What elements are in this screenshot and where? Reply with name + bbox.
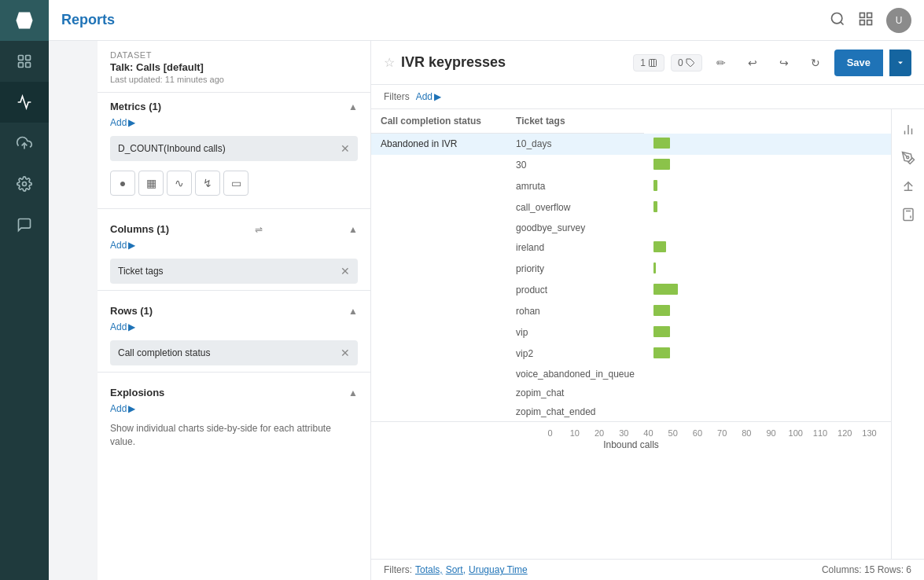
svg-rect-13 xyxy=(649,59,656,66)
table-body: Abandoned in IVR10_days30amrutacall_over… xyxy=(371,134,891,421)
metrics-toggle[interactable]: ▲ xyxy=(348,101,358,112)
calculate-tool[interactable] xyxy=(896,202,921,227)
bar-cell xyxy=(644,155,891,176)
nav-support[interactable] xyxy=(0,204,49,245)
viz-type-row: ● ▦ ∿ ↯ ▭ xyxy=(98,164,370,202)
bar xyxy=(653,326,670,337)
chart-title: IVR keypresses xyxy=(401,54,627,71)
viz-chart-icon[interactable]: ↯ xyxy=(195,171,220,196)
columns-badge-icon xyxy=(648,58,657,68)
columns-sync-icon[interactable]: ⇌ xyxy=(255,224,263,235)
tag-cell: 30 xyxy=(506,155,644,176)
save-button[interactable]: Save xyxy=(834,50,883,76)
bar xyxy=(653,201,657,212)
tag-cell: call_overflow xyxy=(506,197,644,218)
svg-rect-4 xyxy=(26,63,31,68)
chart-content: Call completion status Ticket tags Aband… xyxy=(371,109,924,559)
columns-add[interactable]: Add ▶ xyxy=(98,240,370,255)
metrics-add[interactable]: Add ▶ xyxy=(98,117,370,133)
tag-cell: product xyxy=(506,280,644,301)
bar xyxy=(653,241,666,252)
column-chip-remove[interactable]: ✕ xyxy=(341,265,350,277)
chart-icon xyxy=(17,94,32,110)
bar xyxy=(653,305,670,316)
table-row: vip xyxy=(371,322,891,343)
viz-comment-icon[interactable]: ▭ xyxy=(223,171,248,196)
footer-filter-totals[interactable]: Totals, xyxy=(415,564,443,575)
rows-add[interactable]: Add ▶ xyxy=(98,321,370,337)
table-row: amruta xyxy=(371,176,891,197)
columns-toggle[interactable]: ▲ xyxy=(348,224,358,235)
redo-icon-btn[interactable]: ↪ xyxy=(771,50,797,75)
x-axis-labels: 0102030405060708090100110120130 xyxy=(381,428,882,438)
status-cell xyxy=(371,176,506,197)
nav-logo[interactable] xyxy=(0,0,49,41)
format-tool[interactable] xyxy=(896,145,921,171)
svg-rect-1 xyxy=(19,56,24,61)
table-row: vip2 xyxy=(371,343,891,365)
rows-title: Rows (1) xyxy=(110,305,153,317)
table-row: goodbye_survey xyxy=(371,218,891,237)
favorite-icon[interactable]: ☆ xyxy=(384,55,395,70)
divider-3 xyxy=(98,372,370,373)
user-avatar[interactable]: U xyxy=(886,8,911,33)
footer-filter-time[interactable]: Uruguay Time xyxy=(469,564,528,575)
nav-home[interactable] xyxy=(0,41,49,82)
explosions-add[interactable]: Add ▶ xyxy=(98,403,370,419)
badge-tag: 0 xyxy=(671,54,702,72)
columns-header: Columns (1) ⇌ ▲ xyxy=(98,215,370,240)
save-dropdown-button[interactable] xyxy=(889,50,911,76)
rows-toggle[interactable]: ▲ xyxy=(348,306,358,317)
metric-chip-remove[interactable]: ✕ xyxy=(341,142,350,155)
format-icon xyxy=(901,151,915,165)
row-chip: Call completion status ✕ xyxy=(110,340,358,365)
edit-icon-btn[interactable]: ✏ xyxy=(709,50,734,75)
divider-2 xyxy=(98,290,370,291)
dataset-section: Dataset Talk: Calls [default] Last updat… xyxy=(98,41,370,93)
add-filter-link[interactable]: Add ▶ xyxy=(416,91,441,102)
viz-wave-icon[interactable]: ∿ xyxy=(167,171,192,196)
chart-main: Call completion status Ticket tags Aband… xyxy=(371,109,891,559)
x-axis-label: 10 xyxy=(562,428,587,438)
table-row: Abandoned in IVR10_days xyxy=(371,134,891,155)
tag-cell: goodbye_survey xyxy=(506,218,644,237)
status-cell xyxy=(371,197,506,218)
footer-filter-sort[interactable]: Sort, xyxy=(446,564,466,575)
sidebar: Dataset Talk: Calls [default] Last updat… xyxy=(98,41,371,580)
nav-upload[interactable] xyxy=(0,123,49,163)
tag-cell: amruta xyxy=(506,176,644,197)
status-cell xyxy=(371,237,506,259)
sort-tool[interactable] xyxy=(896,174,921,199)
status-cell xyxy=(371,280,506,301)
grid-icon-btn[interactable] xyxy=(858,11,874,29)
tag-badge-icon xyxy=(686,58,695,68)
viz-dot-icon[interactable]: ● xyxy=(110,171,135,196)
nav-reports[interactable] xyxy=(0,82,49,123)
refresh-icon-btn[interactable]: ↻ xyxy=(803,50,828,75)
grid-icon xyxy=(858,11,874,27)
bar-cell xyxy=(644,343,891,365)
bar xyxy=(653,159,670,170)
search-icon-btn[interactable] xyxy=(830,11,845,29)
row-chip-remove[interactable]: ✕ xyxy=(341,347,350,359)
x-axis-label: 80 xyxy=(734,428,759,438)
nav-settings[interactable] xyxy=(0,163,49,204)
chart-type-tool[interactable] xyxy=(896,117,921,142)
undo-icon-btn[interactable]: ↩ xyxy=(740,50,765,75)
main-content: Dataset Talk: Calls [default] Last updat… xyxy=(98,41,924,580)
chart-right-tools xyxy=(891,109,924,559)
status-cell xyxy=(371,365,506,384)
bar-chart-icon xyxy=(901,123,915,137)
bar-cell xyxy=(644,237,891,259)
explosions-toggle[interactable]: ▲ xyxy=(348,387,358,398)
explosions-header: Explosions ▲ xyxy=(98,379,370,403)
viz-bar-icon[interactable]: ▦ xyxy=(138,171,164,196)
svg-rect-10 xyxy=(867,13,872,18)
bar-cell xyxy=(644,197,891,218)
table-row: priority xyxy=(371,259,891,280)
x-axis-label: 50 xyxy=(661,428,685,438)
svg-rect-3 xyxy=(19,63,24,68)
tag-cell: priority xyxy=(506,259,644,280)
bar xyxy=(653,180,657,191)
bar xyxy=(653,138,670,149)
